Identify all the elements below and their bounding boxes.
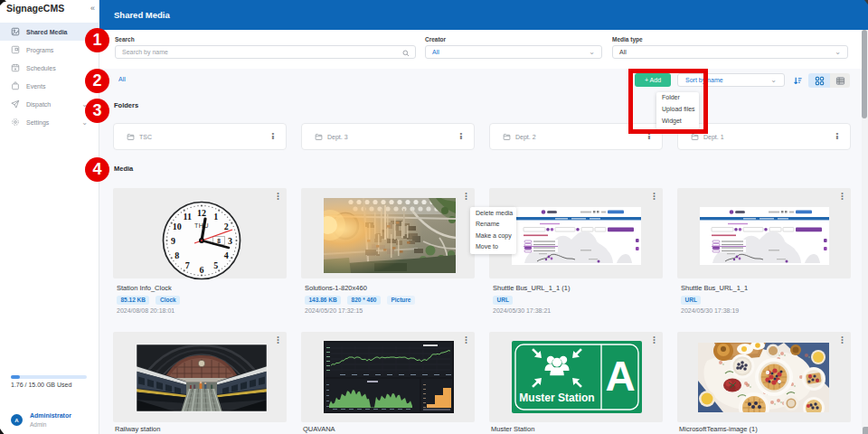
svg-text:10: 10 <box>173 222 182 231</box>
svg-text:12: 12 <box>197 208 206 218</box>
svg-text:5: 5 <box>213 260 218 270</box>
svg-text:7: 7 <box>185 260 190 270</box>
svg-text:Muster Station: Muster Station <box>519 392 594 404</box>
svg-text:8: 8 <box>175 250 179 260</box>
svg-text:2: 2 <box>224 222 229 231</box>
svg-text:6: 6 <box>200 265 204 275</box>
svg-text:9: 9 <box>171 236 175 246</box>
svg-text:A: A <box>605 353 635 400</box>
svg-text:4: 4 <box>224 250 229 260</box>
svg-text:11: 11 <box>183 212 191 222</box>
svg-text:THU: THU <box>194 222 209 229</box>
svg-text:3: 3 <box>228 236 232 246</box>
svg-text:1: 1 <box>213 212 218 222</box>
svg-text:8: 8 <box>217 238 221 244</box>
